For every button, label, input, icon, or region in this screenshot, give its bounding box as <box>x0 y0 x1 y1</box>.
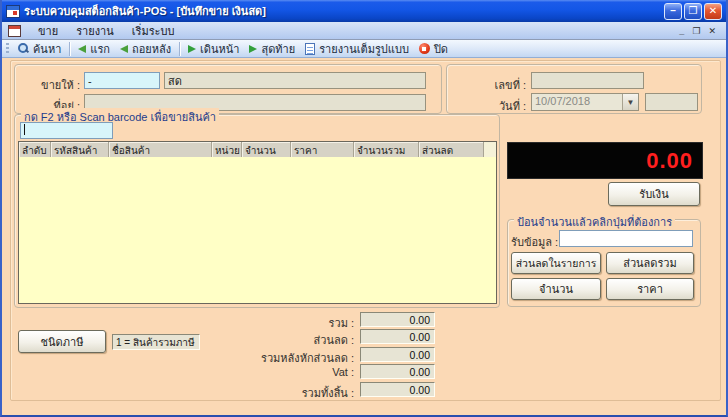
search-button[interactable]: ค้นหา <box>13 39 66 59</box>
column-header-code[interactable]: รหัสสินค้า <box>51 142 109 157</box>
amount-display-value: 0.00 <box>646 148 693 174</box>
column-header-discount[interactable]: ส่วนลด <box>419 142 484 157</box>
chevron-down-icon[interactable]: ▼ <box>622 94 638 110</box>
column-header-qty[interactable]: จำนวน <box>242 142 291 157</box>
menu-bar: ขาย รายงาน เริ่มระบบ _ ❐ ✕ <box>2 22 726 40</box>
total-after-discount-value: 0.00 <box>360 347 435 362</box>
sold-to-label: ขายให้ : <box>16 76 80 94</box>
column-header-unit[interactable]: หน่วย <box>212 142 242 157</box>
barcode-input-wrap <box>20 122 113 139</box>
first-record-label: แรก <box>90 40 110 58</box>
next-record-label: เดินหน้า <box>200 40 239 58</box>
date-value: 10/07/2018 <box>532 94 622 110</box>
mdi-minimize-button[interactable]: _ <box>679 26 684 36</box>
close-button[interactable]: ✕ <box>704 3 722 20</box>
last-record-label: สุดท้าย <box>261 40 295 58</box>
full-report-label: รายงานเต็มรูปแบบ <box>319 40 409 58</box>
invoice-date-label: วันที่ : <box>452 97 526 115</box>
next-record-button[interactable]: เดินหน้า <box>183 39 244 59</box>
invoice-number-label: เลขที่ : <box>452 76 526 94</box>
toolbar: ค้นหา แรก ถอยหลัง เดินหน้า สุดท้าย รายงา… <box>2 40 726 58</box>
total-label: รวม : <box>182 314 354 332</box>
window-controls: – ❐ ✕ <box>664 3 722 20</box>
mdi-close-button[interactable]: ✕ <box>708 26 716 36</box>
last-record-button[interactable]: สุดท้าย <box>244 39 300 59</box>
sold-to-input[interactable] <box>84 72 160 89</box>
arrow-left-icon <box>120 45 128 53</box>
toolbar-separator <box>179 42 180 56</box>
arrow-right-icon <box>249 45 257 53</box>
quantity-button[interactable]: จำนวน <box>511 278 601 300</box>
items-grid[interactable]: ลำดับ รหัสสินค้า ชื่อสินค้า หน่วย จำนวน … <box>18 141 497 304</box>
invoice-extra-field <box>645 93 698 111</box>
first-record-button[interactable]: แรก <box>73 39 115 59</box>
close-form-label: ปิด <box>434 40 448 58</box>
menu-item-system[interactable]: เริ่มระบบ <box>123 21 184 41</box>
toolbar-grip <box>6 43 9 55</box>
report-icon <box>305 43 315 55</box>
search-button-label: ค้นหา <box>33 40 61 58</box>
restore-button[interactable]: ❐ <box>684 3 702 20</box>
total-discount-button[interactable]: ส่วนลดรวม <box>606 252 694 274</box>
column-header-name[interactable]: ชื่อสินค้า <box>109 142 212 157</box>
arrow-right-icon <box>188 45 196 53</box>
tax-type-field <box>112 334 200 350</box>
grid-body[interactable] <box>19 157 496 304</box>
previous-record-label: ถอยหลัง <box>132 40 171 58</box>
menu-item-sale[interactable]: ขาย <box>29 21 67 41</box>
full-report-button[interactable]: รายงานเต็มรูปแบบ <box>300 39 414 59</box>
column-header-price[interactable]: ราคา <box>291 142 354 157</box>
barcode-input[interactable] <box>20 122 113 139</box>
total-after-discount-label: รวมหลังหักส่วนลด : <box>182 349 354 367</box>
text-caret <box>24 124 25 135</box>
vat-value: 0.00 <box>360 364 435 379</box>
grand-total-value: 0.00 <box>360 382 435 397</box>
mdi-window-controls: _ ❐ ✕ <box>679 26 720 36</box>
entry-input[interactable] <box>559 230 693 247</box>
item-discount-button[interactable]: ส่วนลดในรายการ <box>511 252 601 274</box>
invoice-number-field <box>531 72 644 89</box>
grid-header: ลำดับ รหัสสินค้า ชื่อสินค้า หน่วย จำนวน … <box>19 142 496 157</box>
mdi-child-icon[interactable] <box>8 25 21 37</box>
total-value: 0.00 <box>360 312 435 327</box>
minimize-button[interactable]: – <box>664 3 682 20</box>
column-header-total[interactable]: จำนวนรวม <box>354 142 419 157</box>
close-form-button[interactable]: ปิด <box>414 39 453 59</box>
customer-name-field <box>164 72 426 89</box>
app-window: ระบบควบคุมสต็อกสินค้า-POS - [บันทึกขาย เ… <box>0 0 728 417</box>
arrow-left-icon <box>78 45 86 53</box>
previous-record-button[interactable]: ถอยหลัง <box>115 39 176 59</box>
price-button[interactable]: ราคา <box>606 278 694 300</box>
column-header-index[interactable]: ลำดับ <box>19 142 51 157</box>
toolbar-separator <box>69 42 70 56</box>
tax-type-button[interactable]: ชนิดภาษี <box>18 330 106 353</box>
stop-icon <box>419 43 430 54</box>
entry-input-label: รับข้อมูล : <box>511 233 557 251</box>
search-icon <box>18 43 29 54</box>
window-title: ระบบควบคุมสต็อกสินค้า-POS - [บันทึกขาย เ… <box>24 2 664 20</box>
date-picker[interactable]: 10/07/2018 ▼ <box>531 93 639 111</box>
vat-label: Vat : <box>182 366 354 378</box>
column-header-filler <box>484 142 496 157</box>
menu-item-report[interactable]: รายงาน <box>67 21 123 41</box>
mdi-restore-button[interactable]: ❐ <box>692 26 700 36</box>
receive-money-button[interactable]: รับเงิน <box>608 182 700 206</box>
grand-total-label: รวมทั้งสิ้น : <box>182 384 354 402</box>
discount-label: ส่วนลด : <box>182 331 354 349</box>
title-bar: ระบบควบคุมสต็อกสินค้า-POS - [บันทึกขาย เ… <box>2 0 726 22</box>
entry-group-caption: ป้อนจำนวนแล้วคลิกปุ่มที่ต้องการ <box>514 213 675 231</box>
discount-value: 0.00 <box>360 329 435 344</box>
amount-display: 0.00 <box>507 142 703 179</box>
app-icon <box>6 5 20 18</box>
